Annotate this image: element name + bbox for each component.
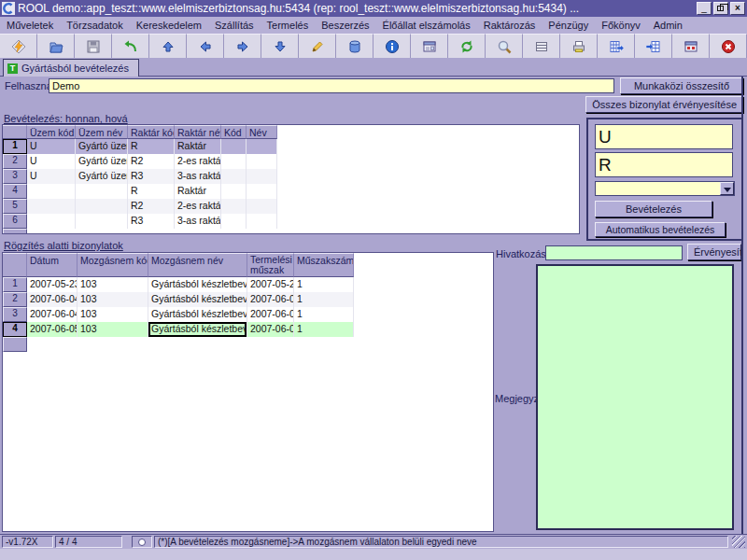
menu-kereskedelem[interactable]: Kereskedelem bbox=[130, 18, 208, 33]
table-cell[interactable] bbox=[27, 199, 76, 214]
table-cell[interactable]: U bbox=[27, 154, 76, 169]
raktar-kod-input[interactable] bbox=[595, 152, 733, 177]
first-record-button[interactable] bbox=[149, 34, 187, 58]
table-cell[interactable]: 3-as raktár bbox=[175, 169, 221, 184]
resize-grip[interactable] bbox=[732, 536, 745, 548]
refresh-button[interactable] bbox=[448, 34, 486, 58]
table-cell[interactable]: R3 bbox=[128, 169, 175, 184]
previous-record-button[interactable] bbox=[187, 34, 224, 58]
info-button[interactable] bbox=[374, 34, 411, 58]
work-summary-button[interactable]: Munkaközi összesítő bbox=[620, 77, 743, 94]
row-number[interactable]: 2 bbox=[3, 292, 27, 307]
table-cell[interactable] bbox=[221, 199, 247, 214]
table-export-button[interactable] bbox=[598, 34, 635, 58]
note-textarea[interactable] bbox=[536, 264, 734, 530]
form-button[interactable] bbox=[411, 34, 448, 58]
table-cell[interactable] bbox=[221, 184, 247, 199]
table-cell[interactable]: 2007-05-23 bbox=[27, 277, 78, 292]
table-cell[interactable] bbox=[76, 214, 128, 229]
row-number[interactable] bbox=[3, 229, 27, 234]
table-cell[interactable]: Gyártó üzem bbox=[76, 154, 128, 169]
table-cell[interactable]: 103 bbox=[78, 292, 148, 307]
row-number[interactable]: 3 bbox=[3, 307, 27, 322]
table-cell[interactable]: 2007-06-04 bbox=[247, 307, 294, 322]
table-cell[interactable]: 2007-06-04 bbox=[27, 307, 78, 322]
column-header[interactable]: Név bbox=[247, 125, 277, 139]
menu-eloallat-elszamolas[interactable]: Élőállat elszámolás bbox=[376, 18, 477, 33]
row-number[interactable]: 1 bbox=[3, 277, 27, 292]
uzem-kod-input[interactable] bbox=[595, 124, 733, 149]
table-cell[interactable] bbox=[27, 214, 76, 229]
window-button[interactable] bbox=[672, 34, 710, 58]
row-number[interactable] bbox=[3, 337, 27, 352]
table-cell[interactable] bbox=[221, 154, 247, 169]
save-button[interactable] bbox=[75, 34, 112, 58]
table-cell-focused[interactable]: Gyártásból készletbevétel bbox=[148, 322, 247, 337]
row-number[interactable]: 5 bbox=[3, 199, 27, 214]
table-cell[interactable] bbox=[247, 199, 277, 214]
grid-button[interactable] bbox=[523, 34, 560, 58]
table-cell[interactable]: 103 bbox=[78, 307, 148, 322]
table-cell[interactable]: 103 bbox=[78, 277, 148, 292]
target-combobox[interactable] bbox=[595, 181, 735, 196]
open-button[interactable] bbox=[37, 34, 75, 58]
column-header[interactable]: Kód bbox=[221, 125, 247, 139]
menu-torzsadatok[interactable]: Törzsadatok bbox=[60, 18, 130, 33]
print-button[interactable] bbox=[560, 34, 598, 58]
table-cell[interactable] bbox=[247, 184, 277, 199]
search-button[interactable] bbox=[486, 34, 523, 58]
undo-button[interactable] bbox=[112, 34, 149, 58]
table-cell[interactable]: Gyártásból készletbevétel bbox=[148, 292, 247, 307]
table-cell[interactable]: 3-as raktár bbox=[175, 214, 221, 229]
menu-admin[interactable]: Admin bbox=[647, 18, 689, 33]
table-cell[interactable]: 1 bbox=[294, 307, 354, 322]
column-header[interactable]: Raktár kód bbox=[128, 125, 175, 139]
menu-beszerzes[interactable]: Beszerzés bbox=[315, 18, 375, 33]
validate-all-button[interactable]: Összes bizonylat érvényesítése bbox=[585, 96, 743, 113]
auto-receive-button[interactable]: Automatikus bevételezés bbox=[595, 222, 726, 237]
table-cell[interactable] bbox=[27, 184, 76, 199]
column-header[interactable]: Műszakszám bbox=[294, 253, 354, 277]
next-record-button[interactable] bbox=[224, 34, 261, 58]
column-header[interactable]: Mozgásnem kód bbox=[78, 253, 148, 277]
menu-raktarozas[interactable]: Raktározás bbox=[477, 18, 543, 33]
table-cell[interactable]: R2 bbox=[128, 154, 175, 169]
column-header[interactable]: Termelési műszak bbox=[247, 253, 294, 277]
table-cell[interactable]: Gyártó üzem bbox=[76, 169, 128, 184]
table-cell[interactable] bbox=[76, 199, 128, 214]
table-cell[interactable]: 2007-06-05 bbox=[247, 322, 294, 337]
receive-button[interactable]: Bevételezés bbox=[595, 201, 712, 217]
table-cell[interactable]: R3 bbox=[128, 214, 175, 229]
table-cell[interactable]: 2007-05-23 bbox=[247, 277, 294, 292]
row-number[interactable]: 3 bbox=[3, 169, 27, 184]
dropdown-arrow-icon[interactable] bbox=[720, 182, 734, 195]
reference-input[interactable] bbox=[545, 245, 683, 260]
column-header[interactable]: Mozgásnem név bbox=[148, 253, 247, 277]
table-cell[interactable] bbox=[76, 184, 128, 199]
validate-button[interactable]: Érvényesít bbox=[687, 244, 741, 260]
table-cell[interactable]: 2-es raktár bbox=[175, 154, 221, 169]
row-number[interactable]: 1 bbox=[3, 139, 27, 154]
menu-fokonyv[interactable]: Főkönyv bbox=[595, 18, 647, 33]
minimize-button[interactable]: _ bbox=[697, 2, 712, 15]
row-number[interactable]: 6 bbox=[3, 214, 27, 229]
table-cell[interactable] bbox=[247, 154, 277, 169]
table-cell[interactable]: Gyártásból készletbevétel bbox=[148, 277, 247, 292]
row-number[interactable]: 2 bbox=[3, 154, 27, 169]
tab-gyartasbol-bevetelezes[interactable]: T Gyártásból bevételezés bbox=[3, 59, 139, 77]
table-cell[interactable]: 2007-06-05 bbox=[27, 322, 78, 337]
table-cell[interactable]: Gyártó üzem bbox=[76, 139, 128, 154]
menu-termeles[interactable]: Termelés bbox=[261, 18, 316, 33]
table-cell[interactable] bbox=[247, 169, 277, 184]
table-cell[interactable] bbox=[221, 214, 247, 229]
table-cell[interactable]: Raktár bbox=[175, 184, 221, 199]
restore-button[interactable] bbox=[713, 2, 728, 15]
column-header[interactable]: Dátum bbox=[27, 253, 78, 277]
table-cell[interactable]: R2 bbox=[128, 199, 175, 214]
column-header[interactable]: Üzem kód bbox=[27, 125, 76, 139]
table-cell[interactable]: Gyártásból készletbevétel bbox=[148, 307, 247, 322]
table-cell[interactable] bbox=[247, 139, 277, 154]
last-record-button[interactable] bbox=[261, 34, 299, 58]
exit-button[interactable] bbox=[710, 34, 747, 58]
menu-muveletek[interactable]: Műveletek bbox=[0, 18, 60, 33]
